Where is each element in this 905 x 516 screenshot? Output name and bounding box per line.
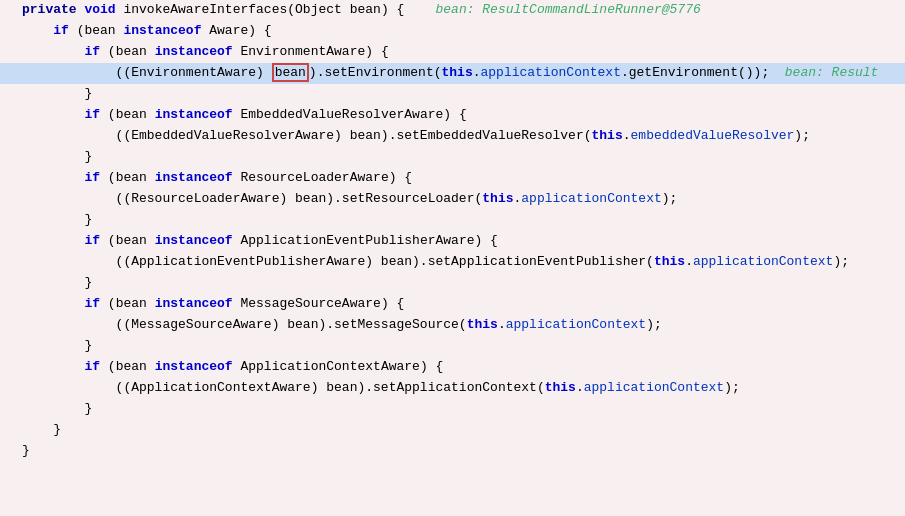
code-line-19: ((ApplicationContextAware) bean).setAppl…	[0, 378, 905, 399]
line-11-text: }	[14, 210, 92, 230]
code-line-17: }	[0, 336, 905, 357]
code-line-7: ((EmbeddedValueResolverAware) bean).setE…	[0, 126, 905, 147]
line-1-text: private void invokeAwareInterfaces(Objec…	[14, 0, 701, 20]
line-19-text: ((ApplicationContextAware) bean).setAppl…	[14, 378, 740, 398]
code-line-6: if (bean instanceof EmbeddedValueResolve…	[0, 105, 905, 126]
line-13-text: ((ApplicationEventPublisherAware) bean).…	[14, 252, 849, 272]
code-editor: private void invokeAwareInterfaces(Objec…	[0, 0, 905, 516]
code-line-8: }	[0, 147, 905, 168]
line-2-text: if (bean instanceof Aware) {	[14, 21, 272, 41]
line-21-text: }	[14, 420, 61, 440]
code-line-14: }	[0, 273, 905, 294]
code-line-4: ((EnvironmentAware) bean).setEnvironment…	[0, 63, 905, 84]
line-20-text: }	[14, 399, 92, 419]
line-7-text: ((EmbeddedValueResolverAware) bean).setE…	[14, 126, 810, 146]
line-14-text: }	[14, 273, 92, 293]
line-4-text: ((EnvironmentAware) bean).setEnvironment…	[14, 63, 878, 83]
code-line-21: }	[0, 420, 905, 441]
code-line-2: if (bean instanceof Aware) {	[0, 21, 905, 42]
code-line-22: }	[0, 441, 905, 462]
line-5-text: }	[14, 84, 92, 104]
line-17-text: }	[14, 336, 92, 356]
code-line-20: }	[0, 399, 905, 420]
line-6-text: if (bean instanceof EmbeddedValueResolve…	[14, 105, 467, 125]
line-18-text: if (bean instanceof ApplicationContextAw…	[14, 357, 443, 377]
code-line-11: }	[0, 210, 905, 231]
code-line-18: if (bean instanceof ApplicationContextAw…	[0, 357, 905, 378]
code-line-9: if (bean instanceof ResourceLoaderAware)…	[0, 168, 905, 189]
code-line-12: if (bean instanceof ApplicationEventPubl…	[0, 231, 905, 252]
line-10-text: ((ResourceLoaderAware) bean).setResource…	[14, 189, 677, 209]
line-9-text: if (bean instanceof ResourceLoaderAware)…	[14, 168, 412, 188]
code-line-5: }	[0, 84, 905, 105]
code-line-10: ((ResourceLoaderAware) bean).setResource…	[0, 189, 905, 210]
line-8-text: }	[14, 147, 92, 167]
code-line-15: if (bean instanceof MessageSourceAware) …	[0, 294, 905, 315]
code-line-3: if (bean instanceof EnvironmentAware) {	[0, 42, 905, 63]
code-line-1: private void invokeAwareInterfaces(Objec…	[0, 0, 905, 21]
line-3-text: if (bean instanceof EnvironmentAware) {	[14, 42, 389, 62]
line-15-text: if (bean instanceof MessageSourceAware) …	[14, 294, 404, 314]
code-line-16: ((MessageSourceAware) bean).setMessageSo…	[0, 315, 905, 336]
line-22-text: }	[14, 441, 30, 461]
code-line-13: ((ApplicationEventPublisherAware) bean).…	[0, 252, 905, 273]
line-12-text: if (bean instanceof ApplicationEventPubl…	[14, 231, 498, 251]
line-16-text: ((MessageSourceAware) bean).setMessageSo…	[14, 315, 662, 335]
